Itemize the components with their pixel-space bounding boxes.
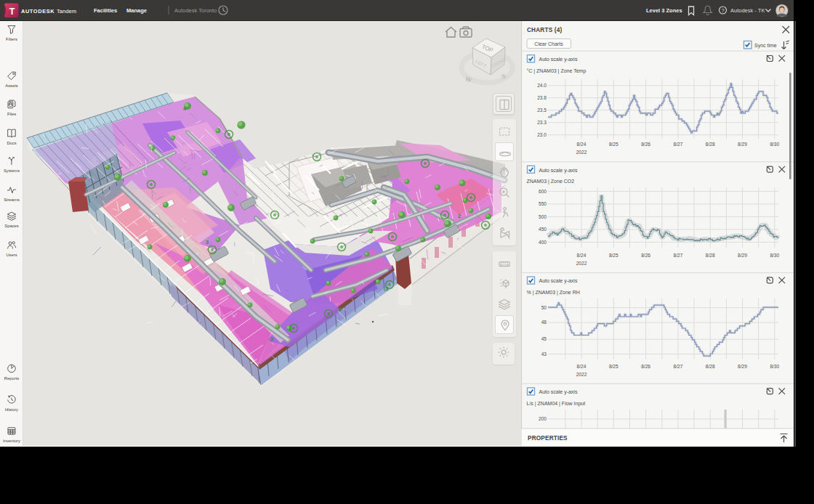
svg-text:8/28: 8/28 (706, 253, 715, 258)
svg-text:550: 550 (539, 201, 547, 206)
svg-text:Docs: Docs (7, 141, 16, 145)
svg-text:8/24: 8/24 (577, 142, 587, 147)
svg-text:23.3: 23.3 (537, 120, 547, 125)
svg-text:Streams: Streams (4, 198, 20, 202)
svg-text:23.8: 23.8 (537, 95, 547, 100)
svg-text:AUTODESK: AUTODESK (21, 8, 55, 15)
svg-text:48: 48 (541, 320, 547, 325)
svg-text:8/26: 8/26 (641, 253, 650, 258)
svg-text:500: 500 (539, 214, 547, 219)
svg-text:Auto scale y-axis: Auto scale y-axis (539, 389, 578, 395)
svg-text:8/24: 8/24 (577, 253, 587, 258)
svg-text:Reports: Reports (4, 376, 19, 381)
svg-text:Inventory: Inventory (3, 439, 20, 443)
svg-text:8/27: 8/27 (673, 253, 682, 258)
svg-text:50: 50 (541, 305, 547, 310)
svg-text:8/25: 8/25 (609, 364, 618, 369)
svg-text:600: 600 (539, 189, 547, 194)
svg-text:8/29: 8/29 (738, 364, 747, 369)
svg-text:200: 200 (539, 416, 547, 421)
svg-text:°C | ZNAM03 | Zone Temp: °C | ZNAM03 | Zone Temp (527, 68, 587, 74)
svg-text:CHARTS (4): CHARTS (4) (527, 27, 562, 33)
svg-text:8/25: 8/25 (609, 253, 618, 258)
svg-text:8/29: 8/29 (738, 142, 747, 147)
svg-text:8/27: 8/27 (673, 364, 682, 369)
svg-text:8/28: 8/28 (706, 364, 715, 369)
svg-text:Sync time: Sync time (754, 43, 777, 49)
svg-text:8/25: 8/25 (609, 142, 618, 147)
svg-text:Filters: Filters (6, 37, 17, 41)
svg-text:8/29: 8/29 (738, 253, 747, 258)
svg-text:Users: Users (6, 253, 17, 257)
svg-text:Autodesk Toronto: Autodesk Toronto (174, 7, 217, 14)
svg-text:2022: 2022 (576, 372, 587, 377)
svg-text:23.0: 23.0 (537, 132, 547, 137)
svg-text:Level 3 Zones: Level 3 Zones (646, 7, 682, 14)
svg-text:2022: 2022 (576, 150, 587, 155)
svg-text:8/26: 8/26 (641, 142, 650, 147)
svg-text:Assets: Assets (5, 84, 17, 88)
svg-text:History: History (5, 407, 18, 412)
svg-text:400: 400 (539, 240, 547, 245)
svg-text:PROPERTIES: PROPERTIES (528, 435, 568, 442)
svg-text:Systems: Systems (4, 168, 20, 173)
svg-text:Manage: Manage (126, 7, 147, 14)
svg-text:45: 45 (541, 336, 547, 341)
svg-text:8/30: 8/30 (770, 364, 779, 369)
svg-text:Facilities: Facilities (94, 7, 117, 14)
svg-text:8/30: 8/30 (770, 142, 779, 147)
svg-text:T: T (9, 7, 15, 17)
svg-text:Files: Files (7, 112, 16, 116)
svg-text:8/30: 8/30 (770, 253, 779, 258)
svg-text:ZNAM03 | Zone CO2: ZNAM03 | Zone CO2 (527, 179, 575, 184)
svg-text:8/24: 8/24 (577, 364, 587, 369)
svg-text:?: ? (721, 7, 724, 14)
svg-text:8/28: 8/28 (706, 142, 715, 147)
svg-text:L/s | ZNAM04 | Flow Input: L/s | ZNAM04 | Flow Input (527, 401, 586, 407)
svg-text:Tandem: Tandem (57, 8, 76, 15)
svg-text:24.0: 24.0 (537, 83, 547, 88)
svg-text:Autodesk - TK: Autodesk - TK (730, 7, 765, 14)
svg-text:23.5: 23.5 (537, 107, 547, 113)
svg-text:450: 450 (539, 227, 547, 232)
svg-text:Auto scale y-axis: Auto scale y-axis (539, 168, 578, 174)
svg-text:Auto scale y-axis: Auto scale y-axis (539, 57, 578, 62)
svg-text:Spaces: Spaces (4, 224, 18, 228)
svg-text:% | ZNAM03 | Zone RH: % | ZNAM03 | Zone RH (527, 290, 580, 296)
svg-text:Clear Charts: Clear Charts (534, 41, 563, 46)
svg-text:Auto scale y-axis: Auto scale y-axis (539, 278, 578, 284)
svg-text:8/27: 8/27 (673, 142, 682, 147)
svg-text:2022: 2022 (576, 261, 587, 266)
svg-text:8/26: 8/26 (641, 364, 650, 369)
svg-text:43: 43 (541, 351, 547, 357)
